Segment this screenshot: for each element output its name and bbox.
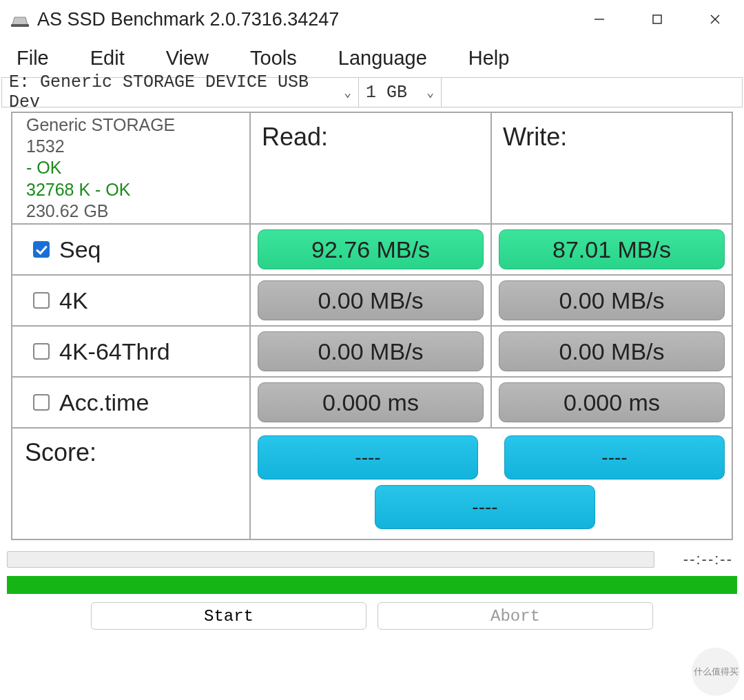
watermark: 什么值得买 <box>692 648 740 696</box>
4k64-write-cell: 0.00 MB/s <box>492 327 732 376</box>
menu-bar: File Edit View Tools Language Help <box>0 39 744 77</box>
row-acc: Acc.time 0.000 ms 0.000 ms <box>12 378 732 429</box>
progress-row: --:--:-- <box>7 547 737 572</box>
score-area: ---- ---- ---- <box>251 429 732 539</box>
seq-write-value: 87.01 MB/s <box>499 229 725 269</box>
seq-read-cell: 92.76 MB/s <box>251 225 492 274</box>
svg-rect-0 <box>11 24 29 27</box>
score-write: ---- <box>504 435 725 480</box>
score-read: ---- <box>258 435 478 480</box>
acc-read-cell: 0.000 ms <box>251 378 492 427</box>
app-icon <box>10 12 30 27</box>
4k64-read-value: 0.00 MB/s <box>258 331 484 371</box>
menu-help[interactable]: Help <box>462 44 517 72</box>
seq-read-value: 92.76 MB/s <box>258 229 484 269</box>
row-acc-label-cell: Acc.time <box>12 378 251 427</box>
row-4k: 4K 0.00 MB/s 0.00 MB/s <box>12 276 732 327</box>
4k-checkbox[interactable] <box>33 292 50 309</box>
row-seq: Seq 92.76 MB/s 87.01 MB/s <box>12 225 732 276</box>
4k64-checkbox[interactable] <box>33 343 50 360</box>
app-window: AS SSD Benchmark 2.0.7316.34247 File Edi… <box>0 0 744 700</box>
4k-read-cell: 0.00 MB/s <box>251 276 492 325</box>
device-status-2: 32768 K - OK <box>26 179 130 200</box>
device-name: Generic STORAGE <box>26 114 175 136</box>
chevron-down-icon: ⌄ <box>426 85 434 100</box>
acc-write-cell: 0.000 ms <box>492 378 732 427</box>
menu-edit[interactable]: Edit <box>83 44 132 72</box>
4k64-read-cell: 0.00 MB/s <box>251 327 492 376</box>
row-4k64-label-cell: 4K-64Thrd <box>12 327 251 376</box>
acc-label: Acc.time <box>59 389 149 416</box>
svg-rect-2 <box>653 15 661 23</box>
score-label: Score: <box>12 429 251 539</box>
overall-progress-bar <box>7 576 737 594</box>
4k64-write-value: 0.00 MB/s <box>499 331 725 371</box>
menu-language[interactable]: Language <box>331 44 434 72</box>
header-row: Generic STORAGE 1532 - OK 32768 K - OK 2… <box>12 113 732 225</box>
title-bar: AS SSD Benchmark 2.0.7316.34247 <box>0 0 744 39</box>
write-header: Write: <box>492 113 732 223</box>
acc-write-value: 0.000 ms <box>499 382 725 422</box>
selector-spacer <box>442 78 742 107</box>
results-table: Generic STORAGE 1532 - OK 32768 K - OK 2… <box>11 112 733 540</box>
menu-file[interactable]: File <box>10 44 56 72</box>
seq-label: Seq <box>59 236 101 263</box>
device-firmware: 1532 <box>26 136 65 157</box>
row-seq-label-cell: Seq <box>12 225 251 274</box>
chevron-down-icon: ⌄ <box>344 85 351 100</box>
4k-write-cell: 0.00 MB/s <box>492 276 732 325</box>
score-total: ---- <box>375 485 595 529</box>
4k64-label: 4K-64Thrd <box>59 338 170 365</box>
minimize-button[interactable] <box>570 0 628 39</box>
maximize-button[interactable] <box>628 0 686 39</box>
progress-bar <box>7 551 654 568</box>
elapsed-time: --:--:-- <box>654 550 737 568</box>
window-title: AS SSD Benchmark 2.0.7316.34247 <box>37 9 339 30</box>
row-4k-label-cell: 4K <box>12 276 251 325</box>
device-capacity: 230.62 GB <box>26 200 109 222</box>
start-button[interactable]: Start <box>91 602 366 630</box>
menu-tools[interactable]: Tools <box>243 44 304 72</box>
selector-row: E: Generic STORAGE DEVICE USB Dev ⌄ 1 GB… <box>1 77 743 107</box>
4k-read-value: 0.00 MB/s <box>258 280 484 320</box>
size-select-value: 1 GB <box>366 83 407 103</box>
menu-view[interactable]: View <box>159 44 216 72</box>
drive-select-value: E: Generic STORAGE DEVICE USB Dev <box>9 72 344 112</box>
4k-label: 4K <box>59 287 88 314</box>
seq-checkbox[interactable] <box>33 241 50 258</box>
drive-select[interactable]: E: Generic STORAGE DEVICE USB Dev ⌄ <box>2 78 359 107</box>
device-status-1: - OK <box>26 157 61 178</box>
acc-read-value: 0.000 ms <box>258 382 484 422</box>
4k-write-value: 0.00 MB/s <box>499 280 725 320</box>
close-button[interactable] <box>686 0 744 39</box>
size-select[interactable]: 1 GB ⌄ <box>359 78 442 107</box>
acc-checkbox[interactable] <box>33 394 50 411</box>
abort-button: Abort <box>378 602 653 630</box>
button-row: Start Abort <box>0 602 744 635</box>
row-score: Score: ---- ---- ---- <box>12 429 732 539</box>
device-info-cell: Generic STORAGE 1532 - OK 32768 K - OK 2… <box>12 113 251 223</box>
read-header: Read: <box>251 113 492 223</box>
seq-write-cell: 87.01 MB/s <box>492 225 732 274</box>
row-4k64: 4K-64Thrd 0.00 MB/s 0.00 MB/s <box>12 327 732 378</box>
